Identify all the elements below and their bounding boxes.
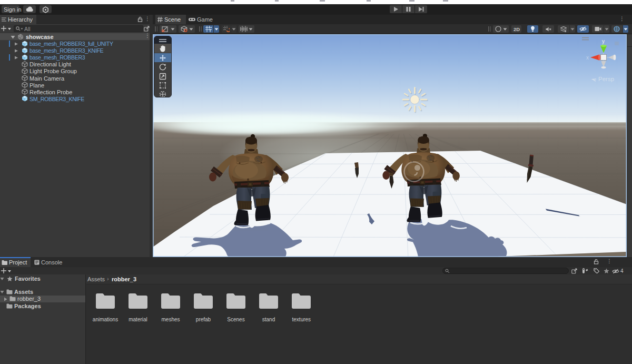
svg-text:Persp: Persp: [598, 76, 614, 82]
svg-text:x: x: [586, 55, 589, 61]
svg-text:y: y: [602, 38, 605, 44]
